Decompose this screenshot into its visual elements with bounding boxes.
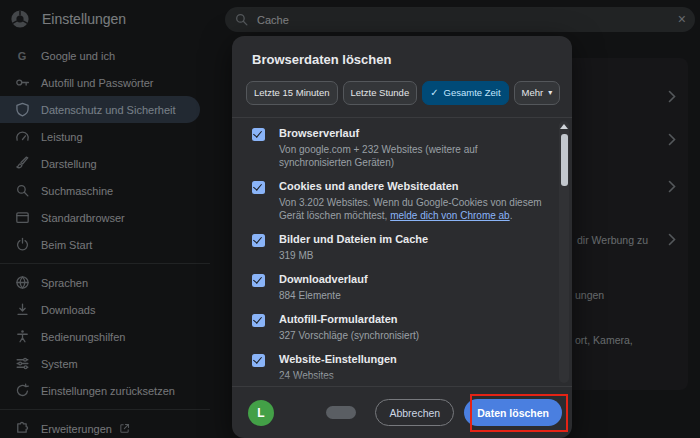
footer-placeholder-pill	[326, 406, 356, 419]
cancel-button[interactable]: Abbrechen	[375, 399, 454, 426]
item-desc: 24 Websites	[279, 369, 542, 382]
scrollbar-track[interactable]	[559, 121, 569, 383]
list-item-autofill: Autofill-Formulardaten 327 Vorschläge (s…	[232, 307, 572, 347]
sign-out-link[interactable]: melde dich von Chrome ab	[390, 210, 510, 221]
chevron-down-icon: ▾	[548, 88, 552, 97]
checkbox-download-history[interactable]	[252, 274, 265, 287]
chip-label: Letzte Stunde	[351, 87, 410, 98]
chip-label: Letzte 15 Minuten	[254, 87, 330, 98]
chip-last-15-minutes[interactable]: Letzte 15 Minuten	[246, 81, 338, 105]
item-desc: 884 Elemente	[279, 289, 542, 302]
item-desc: 319 MB	[279, 249, 542, 262]
dialog-footer: L Abbrechen Daten löschen	[232, 386, 572, 438]
item-title: Browserverlauf	[279, 126, 542, 141]
checkbox-site-settings[interactable]	[252, 354, 265, 367]
item-title: Bilder und Dateien im Cache	[279, 232, 542, 247]
clear-browsing-data-dialog: Browserdaten löschen Letzte 15 Minuten L…	[232, 36, 572, 438]
account-avatar: L	[248, 400, 274, 426]
chip-label: Gesamte Zeit	[444, 87, 501, 98]
checkbox-cookies[interactable]	[252, 181, 265, 194]
checkbox-autofill[interactable]	[252, 314, 265, 327]
list-item-cookies: Cookies und andere Websitedaten Von 3.20…	[232, 174, 572, 227]
item-title: Cookies und andere Websitedaten	[279, 179, 542, 194]
item-title: Website-Einstellungen	[279, 352, 542, 367]
desc-suffix: .	[510, 210, 513, 221]
scroll-up-arrow-icon[interactable]	[560, 124, 568, 129]
item-title: Autofill-Formulardaten	[279, 312, 542, 327]
list-item-download-history: Downloadverlauf 884 Elemente	[232, 267, 572, 307]
chip-all-time[interactable]: ✓ Gesamte Zeit	[422, 81, 508, 105]
list-item-browsing-history: Browserverlauf Von google.com + 232 Webs…	[232, 121, 572, 174]
scrollbar-thumb[interactable]	[561, 134, 568, 186]
list-item-cached-images: Bilder und Dateien im Cache 319 MB	[232, 227, 572, 267]
checkbox-browsing-history[interactable]	[252, 128, 265, 141]
time-range-chips: Letzte 15 Minuten Letzte Stunde ✓ Gesamt…	[246, 81, 558, 105]
item-desc: 327 Vorschläge (synchronisiert)	[279, 329, 542, 342]
chip-last-hour[interactable]: Letzte Stunde	[343, 81, 418, 105]
chip-label: Mehr	[522, 87, 544, 98]
item-desc: Von 3.202 Websites. Wenn du Google-Cooki…	[279, 196, 542, 222]
delete-data-button[interactable]: Daten löschen	[464, 399, 562, 426]
dialog-title: Browserdaten löschen	[252, 52, 552, 68]
data-types-list: Browserverlauf Von google.com + 232 Webs…	[232, 117, 572, 386]
chip-more[interactable]: Mehr ▾	[514, 81, 561, 105]
item-desc: Von google.com + 232 Websites (weitere a…	[279, 143, 542, 169]
check-icon: ✓	[430, 87, 438, 98]
checkbox-cached-images[interactable]	[252, 234, 265, 247]
item-title: Downloadverlauf	[279, 272, 542, 287]
list-item-site-settings: Website-Einstellungen 24 Websites	[232, 347, 572, 386]
